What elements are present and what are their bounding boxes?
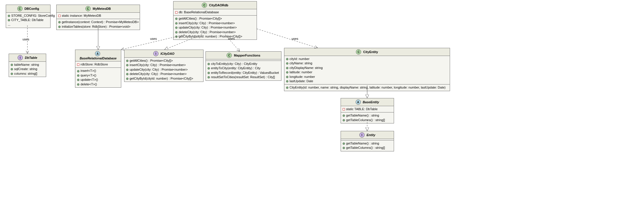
class-dbconfig: C DBConfig STORE_CONFIG: StoreConfig CIT… [6,5,51,28]
visibility-icon [8,19,10,21]
class-citydaordb: C CityDAORdb db: BaseRelationalDatabase … [173,1,257,40]
class-section: insert<T>() query<T>() update<T>() delet… [75,68,121,87]
visibility-icon [286,62,288,65]
relation-label: uses [150,37,157,40]
visibility-icon [77,63,79,66]
member: static TABLE: DbTable [343,107,392,111]
class-header: C MyMeteoDB [57,5,140,13]
visibility-icon [175,22,178,25]
visibility-icon [343,108,345,110]
visibility-icon [58,15,61,17]
visibility-icon [286,71,288,74]
class-name: DbTable [25,56,37,59]
class-name: BaseEntity [363,100,379,104]
class-section: static TABLE: DbTable [341,106,394,112]
class-mymeteodb: C MyMeteoDB static instance: MyMeteoDB g… [56,5,140,30]
class-name: MyMeteoDB [93,7,111,10]
visibility-icon [11,68,13,70]
member: cityId: number [286,57,448,61]
visibility-icon [11,64,13,66]
visibility-icon [343,147,345,149]
member: ... [8,22,48,27]
member: cityDisplayName: string [286,66,448,70]
visibility-icon [343,142,345,145]
visibility-icon [286,87,288,89]
member: lastUpdate: Date [286,79,448,83]
class-header: A BaseRelationalDatabase [75,50,121,61]
member: cityToEntity(city: City) : CityEntity [208,62,279,66]
visibility-icon [175,11,178,14]
visibility-icon [175,18,178,20]
class-section: cityToEntity(city: City) : CityEntity en… [206,61,281,80]
member: initializeTables(store: RdbStore) : Prom… [58,25,138,29]
class-section: db: BaseRelationalDatabase [173,9,257,16]
relation-label: uses [23,37,29,41]
class-stereotype-icon: C [202,3,207,8]
member: resultSetToCities(resultSet: ResultSet) … [208,75,279,79]
visibility-icon [8,15,10,17]
member: tableName: string [11,63,44,67]
class-section: CityEntity(id: number, name: string, dis… [284,84,450,91]
visibility-icon [175,27,178,29]
class-header: C DBConfig [6,5,50,13]
visibility-icon [126,73,128,75]
class-name: CityDAORdb [209,3,228,7]
visibility-icon [77,70,79,72]
abstract-stereotype-icon: A [356,99,361,105]
member: getAllCities() : Promise<City[]> [126,59,201,63]
member: insertCity(city: City) : Promise<number> [175,21,255,25]
member: getCityById(cityId: number) : Promise<Ci… [126,76,201,81]
visibility-icon [58,26,61,28]
member: getInstance(context: Context) : Promise<… [58,20,138,24]
visibility-icon [11,73,13,75]
member: getTableColumns() : string[] [343,146,392,150]
class-entity: I Entity getTableName() : string getTabl… [341,131,394,151]
visibility-icon [126,69,128,71]
visibility-icon [58,21,61,23]
visibility-icon [286,58,288,60]
member: getTableName() : string [343,113,392,118]
member: deleteCity(city: City) : Promise<number> [175,30,255,34]
class-name: CityEntity [363,50,378,54]
class-mapperfunctions: C MapperFunctions cityToEntity(city: Cit… [206,51,281,81]
member: static instance: MyMeteoDB [58,14,138,18]
class-header: I Entity [341,131,394,139]
class-name: ICityDAO [160,52,174,55]
class-stereotype-icon: C [356,49,361,55]
member: insertCity(city: City) : Promise<number> [126,63,201,67]
visibility-icon [77,79,79,81]
member: sqlCreate: string [11,67,44,71]
member: getCityById(cityId: number) : Promise<Ci… [175,34,255,39]
class-section: getAllCities() : Promise<City[]> insertC… [124,58,203,82]
class-baserelationaldatabase: A BaseRelationalDatabase rdbStore: RdbSt… [75,50,121,88]
member: CITY_TABLE: DbTable [8,18,48,22]
class-section: rdbStore: RdbStore [75,61,121,68]
visibility-icon [208,72,210,74]
class-name: MapperFunctions [234,54,260,57]
member: getTableName() : string [343,141,392,146]
class-name: Entity [367,133,376,137]
class-header: I ICityDAO [124,50,203,58]
class-stereotype-icon: C [17,6,23,11]
member: update<T>() [77,78,119,82]
member: db: BaseRelationalDatabase [175,10,255,14]
class-header: A BaseEntity [341,98,394,106]
class-section: getTableName() : string getTableColumns(… [341,140,394,151]
class-icitydao: I ICityDAO getAllCities() : Promise<City… [124,50,204,82]
visibility-icon [175,31,178,33]
class-section: STORE_CONFIG: StoreConfig CITY_TABLE: Db… [6,13,50,28]
visibility-icon [286,80,288,82]
interface-stereotype-icon: I [18,55,23,60]
abstract-stereotype-icon: A [95,51,100,56]
visibility-icon [208,63,210,65]
class-dbtable: I DbTable tableName: string sqlCreate: s… [9,54,46,77]
class-header: C CityDAORdb [173,1,257,9]
class-section: cityId: number cityName: string cityDisp… [284,56,450,84]
member: insert<T>() [77,69,119,73]
class-header: C MapperFunctions [206,52,281,59]
visibility-icon [77,74,79,77]
interface-stereotype-icon: I [359,132,365,138]
class-baseentity: A BaseEntity static TABLE: DbTable getTa… [341,98,394,123]
class-name: DBConfig [25,7,39,10]
member: cityName: string [286,61,448,65]
